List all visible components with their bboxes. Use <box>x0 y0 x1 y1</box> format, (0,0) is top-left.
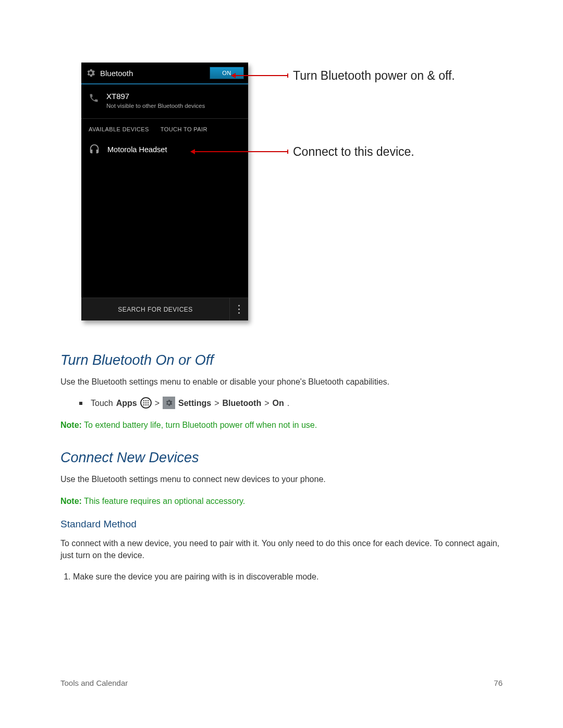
para-standard-method: To connect with a new device, you need t… <box>60 537 503 561</box>
page-footer: Tools and Calendar 76 <box>60 678 503 687</box>
apps-grid-icon <box>140 397 152 409</box>
note-text-2: This feature requires an optional access… <box>82 497 245 505</box>
footer-page-number: 76 <box>494 678 503 687</box>
available-device-row[interactable]: Motorola Headset <box>81 139 248 163</box>
search-for-devices-button[interactable]: SEARCH FOR DEVICES <box>81 306 229 313</box>
phone-screenshot: Bluetooth ON XT897 Not visible to other … <box>81 63 248 320</box>
svg-point-6 <box>143 404 144 405</box>
svg-point-1 <box>145 400 146 401</box>
available-devices-label: AVAILABLE DEVICES <box>89 126 149 132</box>
note-label-1: Note: <box>60 421 82 429</box>
bullet-text-settings: Settings <box>178 399 211 408</box>
self-device-subtitle: Not visible to other Bluetooth devices <box>106 103 205 109</box>
step-1: Make sure the device you are pairing wit… <box>73 571 503 583</box>
svg-point-8 <box>148 404 149 405</box>
bullet-text-apps: Apps <box>116 399 137 408</box>
bluetooth-header-row: Bluetooth ON <box>81 63 248 84</box>
figure-bluetooth-screenshot: Bluetooth ON XT897 Not visible to other … <box>81 63 503 334</box>
svg-point-7 <box>145 404 146 405</box>
callout-arrow-connect <box>191 151 288 152</box>
para-connect-intro: Use the Bluetooth settings menu to conne… <box>60 473 503 485</box>
note-battery: Note: To extend battery life, turn Bluet… <box>60 419 503 431</box>
note-text-1: To extend battery life, turn Bluetooth p… <box>82 421 317 429</box>
available-devices-header: AVAILABLE DEVICES TOUCH TO PAIR <box>81 119 248 139</box>
available-device-name: Motorola Headset <box>107 145 167 154</box>
bullet-gt-1: > <box>155 399 160 408</box>
para-turn-bluetooth-intro: Use the Bluetooth settings menu to enabl… <box>60 376 503 388</box>
bullet-gt-2: > <box>214 399 219 408</box>
callout-arrow-toggle <box>231 75 288 76</box>
self-device-name: XT897 <box>106 92 205 101</box>
bullet-touch-apps: Touch Apps > Settings > Bluetooth > On . <box>79 397 503 410</box>
gear-icon <box>85 68 96 78</box>
square-bullet-icon <box>79 402 82 405</box>
svg-point-2 <box>148 400 149 401</box>
bullet-text-bluetooth: Bluetooth <box>223 399 262 408</box>
bluetooth-title: Bluetooth <box>100 69 205 78</box>
svg-point-5 <box>148 402 149 403</box>
svg-point-0 <box>143 400 144 401</box>
footer-section-name: Tools and Calendar <box>60 678 128 687</box>
settings-gear-icon <box>163 397 175 409</box>
bullet-gt-3: > <box>264 399 269 408</box>
callout-text-toggle: Turn Bluetooth power on & off. <box>293 68 460 84</box>
bluetooth-toggle[interactable]: ON <box>210 67 244 79</box>
svg-point-4 <box>145 402 146 403</box>
phone-handset-icon <box>89 93 99 107</box>
subheading-standard-method: Standard Method <box>60 519 503 530</box>
headset-icon <box>89 144 100 155</box>
bullet-text-on: On <box>273 399 284 408</box>
bullet-text-touch: Touch <box>91 399 113 408</box>
overflow-menu-icon[interactable] <box>229 298 248 320</box>
note-accessory: Note: This feature requires an optional … <box>60 495 503 507</box>
heading-turn-bluetooth: Turn Bluetooth On or Off <box>60 352 503 368</box>
callout-text-connect: Connect to this device. <box>293 144 414 160</box>
bullet-period: . <box>287 399 289 408</box>
search-for-devices-bar: SEARCH FOR DEVICES <box>81 298 248 320</box>
svg-point-3 <box>143 402 144 403</box>
self-device-row[interactable]: XT897 Not visible to other Bluetooth dev… <box>81 84 248 119</box>
ordered-steps: Make sure the device you are pairing wit… <box>60 571 503 583</box>
note-label-2: Note: <box>60 497 82 505</box>
heading-connect-new-devices: Connect New Devices <box>60 450 503 466</box>
touch-to-pair-label: TOUCH TO PAIR <box>161 126 207 132</box>
